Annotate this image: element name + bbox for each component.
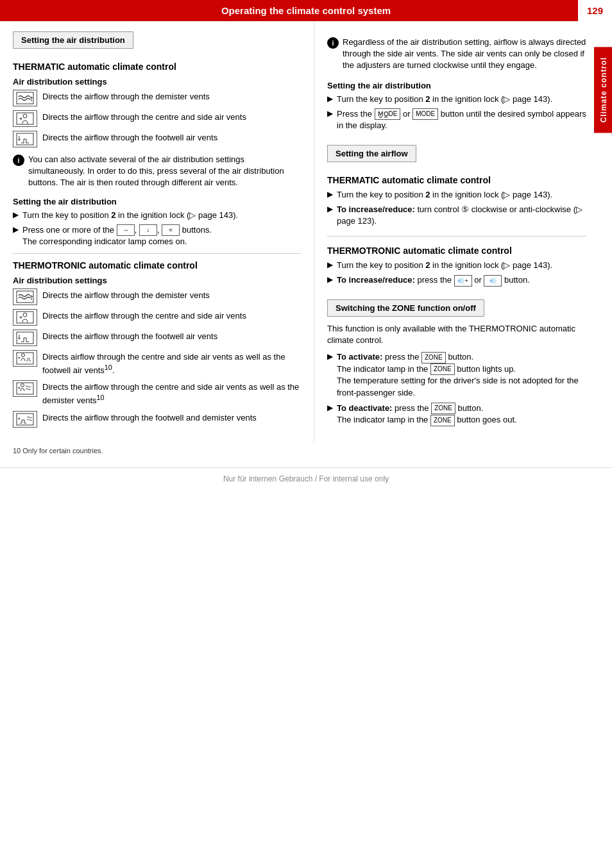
icon-row-9: Directs the airflow through the foot­wel… [13, 411, 301, 428]
icon-row-2: Directs the airflow through the centre a… [13, 110, 301, 127]
bullet-thermo-1: ▶ Turn the key to position 2 in the igni… [327, 260, 586, 271]
air-dist-title-1: Air distribution settings [13, 77, 301, 87]
icon-centre-1 [13, 110, 37, 127]
bullet-text-th2: To increase/reduce: press the 💨+ or 💨 bu… [337, 274, 530, 287]
thermatic-title-2: THERMATIC automatic climate control [327, 175, 586, 185]
icon-centre-2 [13, 309, 37, 326]
page-footer: Nur für internen Gebrauch / For internal… [0, 467, 612, 490]
page-header: Operating the climate control system 129 [0, 0, 612, 21]
left-column: Setting the air distribution THERMATIC a… [0, 21, 314, 442]
bullet-text-2: Press one or more of the →, ↓, ≈ buttons… [22, 224, 212, 248]
icon-foot-demist [13, 411, 37, 428]
thermotronic-airflow-title: THERMOTRONIC automatic climate control [327, 246, 586, 256]
icon-row-3: Directs the airflow through the foot­wel… [13, 131, 301, 147]
bullet-arrow-z1: ▶ [327, 352, 333, 361]
right-column: i Regardless of the air distribution set… [314, 21, 612, 442]
info-text-1: You can also activate several of the air… [28, 154, 301, 189]
bullet-thermo-2: ▶ To increase/reduce: press the 💨+ or 💨 … [327, 274, 586, 287]
bullet-text-r1: Turn the key to position 2 in the igniti… [337, 94, 552, 105]
bullet-zone-2: ▶ To deactivate: press the ZONE button. … [327, 403, 586, 426]
info-circle-right: i [327, 37, 339, 49]
icon-text-9: Directs the airflow through the foot­wel… [42, 411, 257, 424]
bullet-zone-1: ▶ To activate: press the ZONE button. Th… [327, 351, 586, 399]
bullet-text-th1: Turn the key to position 2 in the igniti… [337, 260, 552, 271]
icon-centre-demist [13, 380, 37, 397]
section-box-zone: Switching the ZONE function on/off [327, 299, 484, 317]
icon-row-6: Directs the airflow through the foot­wel… [13, 330, 301, 346]
thermatic-title-1: THERMATIC automatic climate control [13, 62, 301, 72]
svg-rect-4 [17, 291, 33, 303]
icon-demist-1 [13, 90, 37, 106]
bullet-airflow-1: ▶ Turn the key to position 2 in the igni… [327, 189, 586, 201]
bullet-text-z2: To deactivate: press the ZONE button. Th… [337, 403, 517, 426]
icon-text-1: Directs the airflow through the demis­te… [42, 90, 210, 103]
info-circle-1: i [13, 154, 24, 166]
info-text-right: Regardless of the air distribution setti… [343, 37, 586, 72]
header-title: Operating the climate control system [221, 5, 391, 16]
icon-row-1: Directs the airflow through the demis­te… [13, 90, 301, 106]
bullet-arrow-th1: ▶ [327, 260, 333, 269]
thermotronic-title: THERMOTRONIC automatic climate control [13, 260, 301, 271]
icon-text-6: Directs the airflow through the foot­wel… [42, 330, 217, 342]
bullet-text-z1: To activate: press the ZONE button. The … [337, 351, 586, 399]
info-block-right: i Regardless of the air distribution set… [327, 37, 586, 72]
bullet-arrow-af2: ▶ [327, 204, 333, 213]
icon-row-5: Directs the airflow through the centre a… [13, 309, 301, 326]
bullet-2: ▶ Press one or more of the →, ↓, ≈ butto… [13, 224, 301, 248]
page-number: 129 [578, 0, 612, 21]
bullet-text-af1: Turn the key to position 2 in the igniti… [337, 189, 552, 201]
bullet-arrow-2: ▶ [13, 225, 19, 234]
icon-text-4: Directs the airflow through the demis­te… [42, 288, 210, 301]
climate-sidebar-tab: Climate control [594, 47, 612, 133]
bullet-text-af2: To increase/reduce: turn control ⑤ clock… [337, 204, 586, 227]
bullet-arrow-af1: ▶ [327, 190, 333, 199]
icon-foot-2 [13, 330, 37, 346]
zone-intro: This function is only available with the… [327, 323, 586, 346]
icon-text-7: Directs airflow through the centre and s… [42, 350, 301, 377]
svg-point-6 [23, 313, 27, 317]
bullet-airflow-2: ▶ To increase/reduce: turn control ⑤ clo… [327, 204, 586, 227]
footnote: 10 Only for certain countries. [0, 447, 612, 455]
icon-foot-1 [13, 131, 37, 147]
info-block-1: i You can also activate several of the a… [13, 154, 301, 189]
bullet-text-r2: Press the M̲O̲DE or MODE button until th… [337, 108, 586, 132]
icon-row-8: Directs the airflow through the centre a… [13, 380, 301, 407]
bullet-text-1: Turn the key to position 2 in the igniti… [22, 210, 238, 221]
bullet-arrow-th2: ▶ [327, 275, 333, 284]
bullet-arrow-z2: ▶ [327, 403, 333, 412]
bullet-arrow-r1: ▶ [327, 94, 333, 103]
icon-row-4: Directs the airflow through the demis­te… [13, 288, 301, 305]
svg-rect-0 [17, 92, 33, 104]
svg-point-11 [21, 384, 24, 387]
icon-demist-2 [13, 288, 37, 305]
icon-text-2: Directs the airflow through the centre a… [42, 110, 246, 123]
svg-rect-5 [17, 312, 33, 323]
icon-centre-foot [13, 350, 37, 367]
icon-text-8: Directs the airflow through the centre a… [42, 380, 301, 407]
svg-point-2 [23, 114, 27, 118]
bullet-1: ▶ Turn the key to position 2 in the igni… [13, 210, 301, 221]
setting-dist-title-left: Setting the air distribution [13, 197, 301, 206]
setting-dist-right-title: Setting the air distribution [327, 81, 586, 90]
section-box-air-dist: Setting the air distribution [13, 31, 133, 49]
section-box-airflow: Setting the airflow [327, 145, 416, 162]
air-dist-title-2: Air distribution settings [13, 276, 301, 285]
bullet-right-1: ▶ Turn the key to position 2 in the igni… [327, 94, 586, 105]
svg-rect-1 [17, 113, 33, 124]
icon-text-3: Directs the airflow through the foot­wel… [42, 131, 217, 144]
bullet-right-2: ▶ Press the M̲O̲DE or MODE button until … [327, 108, 586, 132]
bullet-arrow-r2: ▶ [327, 109, 333, 118]
icon-text-5: Directs the airflow through the centre a… [42, 309, 246, 322]
bullet-arrow-1: ▶ [13, 210, 19, 219]
icon-row-7: Directs airflow through the centre and s… [13, 350, 301, 377]
svg-point-9 [22, 353, 25, 356]
